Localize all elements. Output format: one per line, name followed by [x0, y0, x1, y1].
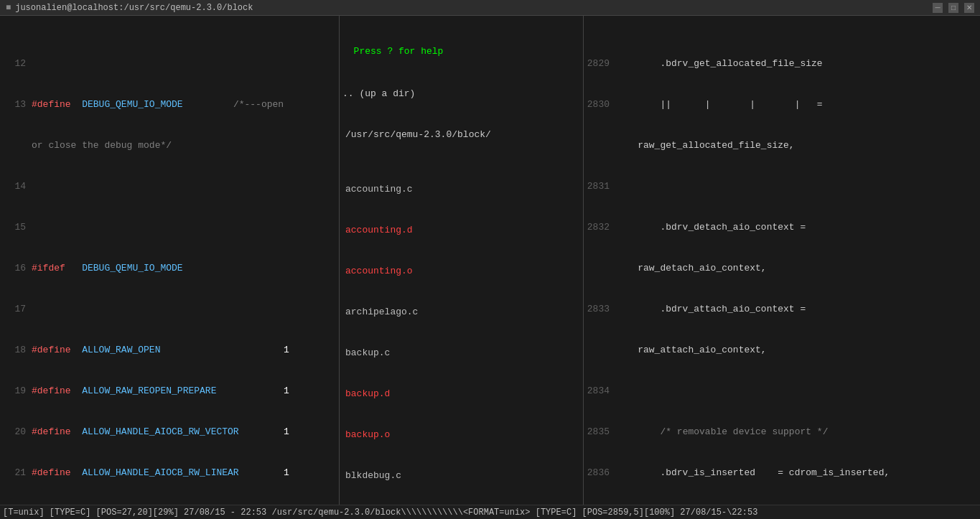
minimize-button[interactable]: ─ — [933, 3, 943, 13]
left-code: 12 13 #define DEBUG_QEMU_IO_MODE /*---op… — [0, 16, 339, 505]
file-item[interactable]: archipelago.c — [340, 305, 583, 319]
file-item[interactable]: backup.o — [340, 428, 583, 441]
window-title: jusonalien@localhost:/usr/src/qemu-2.3.0… — [15, 3, 253, 13]
code-line: 16 #ifdef DEBUG_QEMU_IO_MODE — [0, 261, 339, 275]
code-line: or close the debug mode*/ — [0, 139, 339, 152]
code-line: 2835 /* removable device support */ — [584, 425, 980, 439]
code-line: 17 — [0, 302, 339, 316]
status-bar: [T=unix] [TYPE=C] [POS=27,20][29%] 27/08… — [0, 505, 980, 519]
code-line: 2834 — [584, 384, 980, 398]
help-hint: Press ? for help — [340, 43, 583, 60]
code-line: 12 — [0, 57, 339, 70]
terminal-icon: ■ — [6, 3, 11, 13]
current-dir: /usr/src/qemu-2.3.0/block/ — [340, 128, 583, 141]
code-line: 21 #define ALLOW_HANDLE_AIOCB_RW_LINEAR … — [0, 466, 339, 480]
maximize-button[interactable]: □ — [948, 3, 958, 13]
file-browser: Press ? for help .. (up a dir) /usr/src/… — [340, 16, 583, 505]
code-line: 2832 .bdrv_detach_aio_context = — [584, 220, 980, 234]
parent-dir[interactable]: .. (up a dir) — [340, 87, 583, 100]
right-pane[interactable]: 2829 .bdrv_get_allocated_file_size 2830 … — [584, 16, 980, 505]
middle-pane[interactable]: Press ? for help .. (up a dir) /usr/src/… — [340, 16, 584, 505]
code-line: 2829 .bdrv_get_allocated_file_size — [584, 57, 980, 70]
code-line: 20 #define ALLOW_HANDLE_AIOCB_RW_VECTOR … — [0, 425, 339, 439]
window-controls: ─ □ ✕ — [933, 3, 974, 13]
file-item[interactable]: blkdebug.c — [340, 469, 583, 482]
title-bar: ■ jusonalien@localhost:/usr/src/qemu-2.3… — [0, 0, 980, 16]
code-line: 14 — [0, 179, 339, 193]
file-item[interactable]: backup.d — [340, 387, 583, 401]
file-item[interactable]: accounting.c — [340, 182, 583, 196]
code-line: raw_detach_aio_context, — [584, 261, 980, 275]
file-item[interactable]: accounting.o — [340, 264, 583, 278]
file-item[interactable]: backup.c — [340, 346, 583, 360]
code-line: 2836 .bdrv_is_inserted = cdrom_is_insert… — [584, 466, 980, 480]
code-line: 2831 — [584, 179, 980, 193]
close-button[interactable]: ✕ — [964, 3, 974, 13]
code-line: 19 #define ALLOW_RAW_REOPEN_PREPARE 1 — [0, 384, 339, 398]
status-text: [T=unix] [TYPE=C] [POS=27,20][29%] 27/08… — [3, 508, 757, 518]
code-line: 2830 || | | | = — [584, 98, 980, 111]
code-line: 13 #define DEBUG_QEMU_IO_MODE /*---open — [0, 98, 339, 111]
right-code: 2829 .bdrv_get_allocated_file_size 2830 … — [584, 16, 980, 505]
left-pane[interactable]: 12 13 #define DEBUG_QEMU_IO_MODE /*---op… — [0, 16, 340, 505]
code-line: raw_get_allocated_file_size, — [584, 139, 980, 152]
code-line: raw_attach_aio_context, — [584, 343, 980, 357]
editor-container: 12 13 #define DEBUG_QEMU_IO_MODE /*---op… — [0, 16, 980, 505]
code-line: 2833 .bdrv_attach_aio_context = — [584, 302, 980, 316]
file-item[interactable]: accounting.d — [340, 223, 583, 237]
code-line: 18 #define ALLOW_RAW_OPEN 1 — [0, 343, 339, 357]
code-line: 15 — [0, 220, 339, 234]
